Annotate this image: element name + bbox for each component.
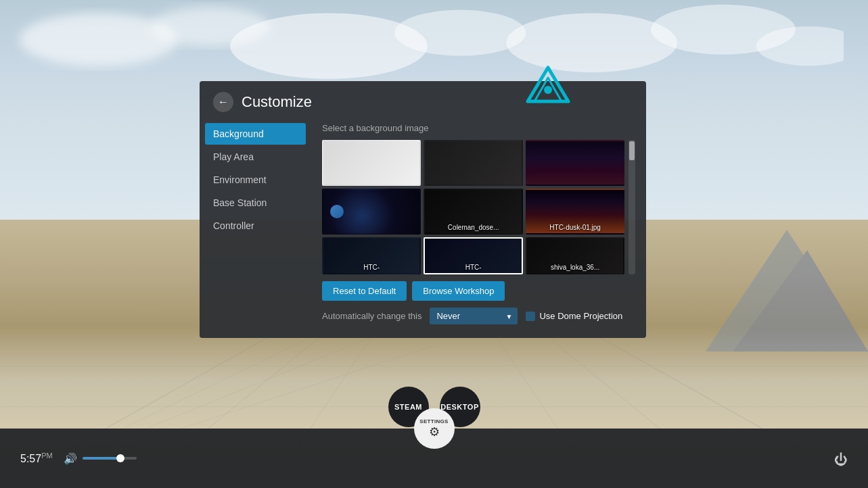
bottom-bar: 5:57PM 🔊 SETTINGS ⚙ ⏻ [0,429,868,488]
sidebar-item-controller[interactable]: Controller [205,215,306,237]
volume-slider[interactable] [83,457,137,460]
thumbnail-3[interactable] [526,140,624,186]
power-button[interactable]: ⏻ [834,452,848,468]
thumbnail-5[interactable]: Coleman_dose... [424,189,522,235]
action-buttons: Reset to Default Browse Workshop [322,281,635,301]
svg-point-23 [544,86,552,94]
auto-change-row: Automatically change this Never Daily We… [322,308,635,324]
thumbnail-6[interactable]: HTC-dusk-01.jpg [526,189,624,235]
time-section: 5:57PM [20,452,55,465]
thumbnail-1[interactable] [322,140,421,186]
dome-projection-label: Use Dome Projection [539,311,622,321]
settings-button[interactable]: SETTINGS ⚙ [414,408,455,449]
sidebar-item-play-area[interactable]: Play Area [205,146,306,168]
content-area: Select a background image Cole [311,123,646,324]
time-display: 5:57PM [20,452,53,465]
dialog-body: Background Play Area Environment Base St… [200,123,646,338]
thumbnail-5-label: Coleman_dose... [425,224,521,231]
dome-projection-checkbox[interactable] [526,312,535,321]
reset-to-default-button[interactable]: Reset to Default [322,281,407,301]
sidebar-item-background[interactable]: Background [205,123,306,145]
auto-change-label: Automatically change this [322,311,421,321]
browse-workshop-button[interactable]: Browse Workshop [412,281,505,301]
thumbnail-grid: Coleman_dose... HTC-dusk-01.jpg HTC- HTC… [322,140,624,274]
thumbnail-9[interactable]: shiva_loka_36... [526,237,624,274]
volume-icon: 🔊 [64,452,77,465]
scrollbar[interactable] [629,140,635,274]
svg-point-2 [230,13,428,78]
thumbnail-2[interactable] [424,140,522,186]
svg-point-4 [506,13,677,72]
thumbnail-section: Coleman_dose... HTC-dusk-01.jpg HTC- HTC… [322,140,635,274]
auto-change-dropdown-wrapper: Never Daily Weekly On Launch ▼ [430,308,518,324]
thumbnail-7-label: HTC- [323,264,419,271]
svg-marker-21 [528,68,568,101]
thumbnail-6-label: HTC-dusk-01.jpg [527,224,623,231]
customize-dialog: ← Customize Background Play Area Environ… [200,81,646,338]
thumbnail-8[interactable]: HTC- [424,237,522,274]
section-title: Select a background image [322,123,635,133]
volume-section: 🔊 [64,452,137,465]
sidebar-item-base-station[interactable]: Base Station [205,192,306,214]
thumbnail-4[interactable] [322,189,421,235]
back-button[interactable]: ← [213,92,233,112]
sidebar-nav: Background Play Area Environment Base St… [200,123,311,324]
dialog-header: ← Customize [200,81,646,123]
auto-change-dropdown[interactable]: Never Daily Weekly On Launch [430,308,518,324]
thumbnail-7[interactable]: HTC- [322,237,421,274]
sidebar-item-environment[interactable]: Environment [205,169,306,191]
htc-logo [521,64,575,118]
dome-projection-toggle[interactable]: Use Dome Projection [526,311,622,321]
thumbnail-9-label: shiva_loka_36... [527,264,623,271]
scrollbar-thumb [629,141,635,160]
svg-point-3 [394,10,526,56]
volume-thumb [116,454,124,462]
dialog-title: Customize [242,93,312,111]
thumbnail-8-label: HTC- [425,264,521,271]
